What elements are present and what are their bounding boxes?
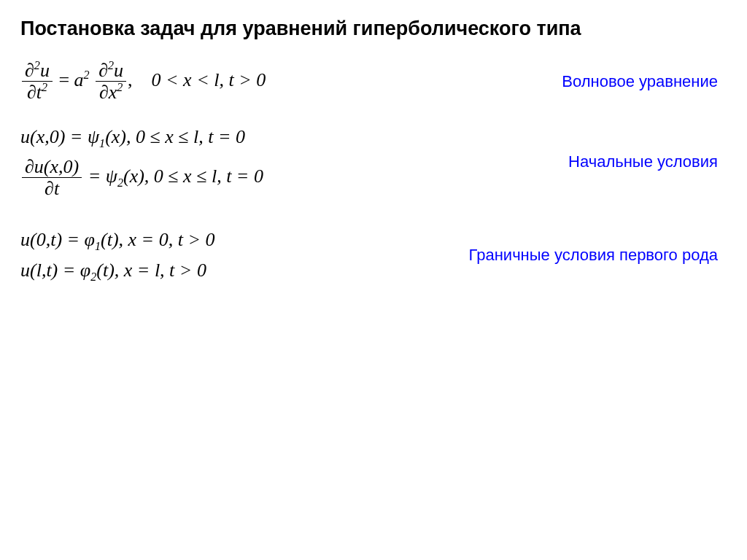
ic1-sub: 1 [99, 137, 105, 149]
wave-note: Волновое уравнение [562, 72, 727, 91]
coef-a: a [74, 69, 84, 90]
wave-lhs-fraction: ∂2u ∂t2 [22, 61, 53, 103]
wave-domain: 0 < x < l, t > 0 [152, 69, 266, 90]
slide: Постановка задач для уравнений гиперболи… [0, 0, 747, 560]
wave-equation-row: ∂2u ∂t2 = a2 ∂2u ∂x2 , 0 < x < l, t > 0 … [20, 56, 727, 107]
wave-equation: ∂2u ∂t2 = a2 ∂2u ∂x2 , 0 < x < l, t > 0 [20, 56, 266, 107]
initial-cond-2: ∂u(x,0) ∂t = ψ2(x), 0 ≤ x ≤ l, t = 0 [20, 152, 263, 203]
den-dx: ∂x [99, 82, 117, 103]
den-dt: ∂t [27, 82, 42, 103]
coef-a-sup: 2 [84, 69, 90, 81]
boundary-conditions-row: u(0,t) = φ1(t), x = 0, t > 0 u(l,t) = φ2… [20, 225, 727, 286]
boundary-cond-1: u(0,t) = φ1(t), x = 0, t > 0 [20, 225, 214, 255]
ic2-fraction: ∂u(x,0) ∂t [22, 157, 82, 199]
sup-2d: 2 [117, 82, 123, 94]
initial-conditions-row: u(x,0) = ψ1(x), 0 ≤ x ≤ l, t = 0 ∂u(x,0)… [20, 122, 727, 203]
slide-title: Постановка задач для уравнений гиперболи… [20, 18, 727, 40]
ic2-rest: (x), 0 ≤ x ≤ l, t = 0 [123, 165, 263, 186]
bc2-left: u(l,t) = φ [20, 260, 90, 281]
sup-2: 2 [34, 59, 40, 71]
partial-symbol-2: ∂ [98, 60, 108, 81]
ic2-sub: 2 [117, 176, 123, 189]
bc2-rest: (t), x = l, t > 0 [96, 260, 206, 281]
ic1-rest: (x), 0 ≤ x ≤ l, t = 0 [105, 126, 245, 147]
initial-cond-1: u(x,0) = ψ1(x), 0 ≤ x ≤ l, t = 0 [20, 122, 263, 152]
partial-symbol: ∂ [25, 60, 34, 81]
initial-conditions: u(x,0) = ψ1(x), 0 ≤ x ≤ l, t = 0 ∂u(x,0)… [20, 122, 263, 203]
boundary-cond-2: u(l,t) = φ2(t), x = l, t > 0 [20, 255, 214, 286]
ic2-num: ∂u(x,0) [22, 157, 82, 178]
var-u: u [40, 60, 50, 81]
boundary-note: Граничные условия первого рода [469, 246, 727, 265]
ic1-left: u(x,0) = ψ [20, 126, 99, 147]
comma: , [128, 69, 133, 90]
ic2-den: ∂t [22, 178, 82, 198]
bc1-left: u(0,t) = φ [20, 229, 95, 250]
boundary-conditions: u(0,t) = φ1(t), x = 0, t > 0 u(l,t) = φ2… [20, 225, 214, 286]
bc1-rest: (t), x = 0, t > 0 [101, 229, 214, 250]
bc1-sub: 1 [95, 240, 101, 252]
var-u-2: u [114, 60, 123, 81]
ic2-eq: = ψ [83, 165, 117, 186]
sup-2c: 2 [108, 59, 114, 71]
initial-note: Начальные условия [568, 152, 727, 171]
sup-2b: 2 [42, 82, 47, 94]
equals-sign: = [58, 69, 69, 90]
wave-rhs-fraction: ∂2u ∂x2 [96, 61, 126, 103]
